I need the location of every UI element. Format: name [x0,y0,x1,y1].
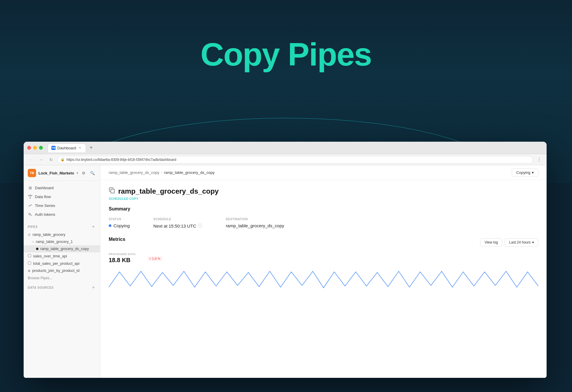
view-log-button[interactable]: View log [480,238,502,246]
data-sources-label: DATA SOURCES [28,286,54,289]
pipe-square-icon-2 [28,261,31,266]
tab-close-button[interactable]: × [78,146,82,150]
reload-button[interactable]: ↻ [47,156,55,164]
authtoken-icon [28,212,32,217]
sidebar-item-authtokens[interactable]: Auth tokens [24,210,100,219]
pipes-add-button[interactable]: + [91,224,96,229]
status-col: STATUS Copying [109,218,130,228]
sidebar-item-dataflow-label: Data flow [35,195,51,199]
new-tab-button[interactable]: + [87,144,95,152]
browse-pipes-link[interactable]: Browse Pipes... [24,274,100,282]
sidebar-item-authtokens-label: Auth tokens [35,212,55,217]
back-button[interactable]: ← [27,156,35,164]
timeseries-icon [28,203,32,208]
page-body: ramp_table_grocery_ds_copy SCHEDULED COP… [100,180,547,297]
svg-point-2 [30,195,31,196]
processed-data-value: 18.8 KB [109,257,136,264]
pipe-label: ramp_table_grocery [32,233,65,237]
chart-area [109,266,538,290]
destination-col: DESTINATION ramp_table_grocery_ds_copy [226,218,284,228]
breadcrumb: ramp_table_grocery_ds_copy / ramp_table_… [109,170,214,175]
pipe-item-ramp-grocery[interactable]: ⊙ ramp_table_grocery [24,231,100,238]
change-badge: + 1,9 % [147,256,162,261]
schedule-info-icon[interactable]: ⓘ [198,223,202,228]
time-range-button[interactable]: Last 24 hours ▾ [505,238,538,246]
svg-point-4 [30,198,31,199]
processed-data-label: PROCESSED DATA [109,253,136,256]
breadcrumb-separator: / [161,170,162,175]
pipe-label-join: products_join_by_product_id [32,269,79,273]
search-icon[interactable]: 🔍 [89,169,96,177]
workspace-name: Lock_Fish_Markets [38,171,74,175]
main-content: ramp_table_grocery_ds_copy / ramp_table_… [100,165,547,378]
workspace-avatar: TB [28,169,36,177]
schedule-label: SCHEDULE [153,218,202,221]
status-label: STATUS [109,218,130,221]
traffic-light-close[interactable] [27,146,31,150]
sidebar-item-dashboard[interactable]: ⊞ Dashboard [24,183,100,192]
tab-favicon: TB [51,146,56,150]
data-sources-add-button[interactable]: + [91,285,96,290]
url-text: https://ui.tinybird.co/8dae6a-8309-84je-… [66,158,176,162]
destination-value: ramp_table_grocery_ds_copy [226,223,284,228]
pipe-item-ramp-grocery-1[interactable]: ○ ramp_table_grocery_1 [24,238,100,245]
sidebar-item-dashboard-label: Dashboard [35,186,54,190]
copying-chevron-icon: ▾ [532,170,534,175]
pipe-label-total: total_sales_per_product_api [33,262,79,266]
metrics-actions: View log Last 24 hours ▾ [480,238,538,246]
browser-tab-active[interactable]: TB Dashboard × [48,143,86,152]
schedule-value: Next at 15:50:13 UTC ⓘ [153,223,202,228]
more-options-button[interactable]: ⋮ [535,156,543,164]
pipe-item-total-sales[interactable]: total_sales_per_product_api [24,260,100,267]
processed-row: PROCESSED DATA 18.8 KB + 1,9 % [109,253,538,264]
lock-icon: 🔒 [61,158,65,161]
status-value: Copying [109,223,130,228]
sidebar-item-dataflow[interactable]: Data flow [24,192,100,201]
pipe-child-label: ramp_table_grocery_1 [36,240,73,244]
pipe-child-child-label: ramp_table_grocery_ds_copy [40,247,89,251]
pipes-section-label: PIPES [28,225,38,228]
traffic-light-minimize[interactable] [33,146,37,150]
metrics-title: Metrics [109,237,125,242]
pipes-section-header: PIPES + [24,221,100,231]
sidebar-item-timeseries[interactable]: Time Series [24,201,100,210]
summary-title: Summary [109,206,538,212]
pipe-copy-icon: ⊙ [28,233,31,237]
page-title-row: ramp_table_grocery_ds_copy [109,187,538,195]
pipe-square-icon-1 [28,254,31,258]
status-text: Copying [113,223,130,228]
address-bar-row: ← → ↻ 🔒 https://ui.tinybird.co/8dae6a-83… [24,154,547,165]
pipe-active-dot [36,248,38,250]
copying-button-label: Copying [516,170,530,175]
forward-button[interactable]: → [37,156,45,164]
pipe-item-ramp-grocery-ds-copy[interactable]: ramp_table_grocery_ds_copy [24,245,100,252]
schedule-col: SCHEDULE Next at 15:50:13 UTC ⓘ [153,218,202,228]
pipe-join-icon: ◈ [28,269,30,273]
time-range-chevron-icon: ▾ [532,240,534,244]
pipe-item-sales-over-time[interactable]: sales_over_time_api [24,252,100,260]
data-sources-section-header: DATA SOURCES + [24,282,100,292]
svg-point-3 [31,195,32,196]
workspace-info[interactable]: TB Lock_Fish_Markets ▾ [28,169,78,177]
processed-data-col: PROCESSED DATA 18.8 KB [109,253,136,264]
sidebar: TB Lock_Fish_Markets ▾ ⚙ 🔍 ⊞ Dashboard [24,165,100,378]
settings-icon[interactable]: ⚙ [80,169,87,177]
pipe-child-icon: ○ [32,240,34,244]
scheduled-copy-tag: SCHEDULED COPY [109,197,538,200]
destination-label: DESTINATION [226,218,284,221]
nav-items: ⊞ Dashboard [24,181,100,221]
svg-line-5 [29,195,30,196]
pipe-item-products-join[interactable]: ◈ products_join_by_product_id [24,267,100,274]
workspace-header: TB Lock_Fish_Markets ▾ ⚙ 🔍 [24,165,100,181]
traffic-lights [27,146,43,150]
breadcrumb-parent[interactable]: ramp_table_grocery_ds_copy [109,170,159,175]
status-dot [109,224,111,227]
copying-status-button[interactable]: Copying ▾ [512,168,538,177]
breadcrumb-bar: ramp_table_grocery_ds_copy / ramp_table_… [100,165,547,180]
summary-section: Summary STATUS Copying SCHEDULE [109,206,538,228]
copy-pipe-icon [109,187,115,195]
svg-rect-10 [28,254,31,257]
address-field[interactable]: 🔒 https://ui.tinybird.co/8dae6a-8309-84j… [57,156,533,164]
traffic-light-maximize[interactable] [39,146,43,150]
browser-tabs: TB Dashboard × + [48,143,543,152]
